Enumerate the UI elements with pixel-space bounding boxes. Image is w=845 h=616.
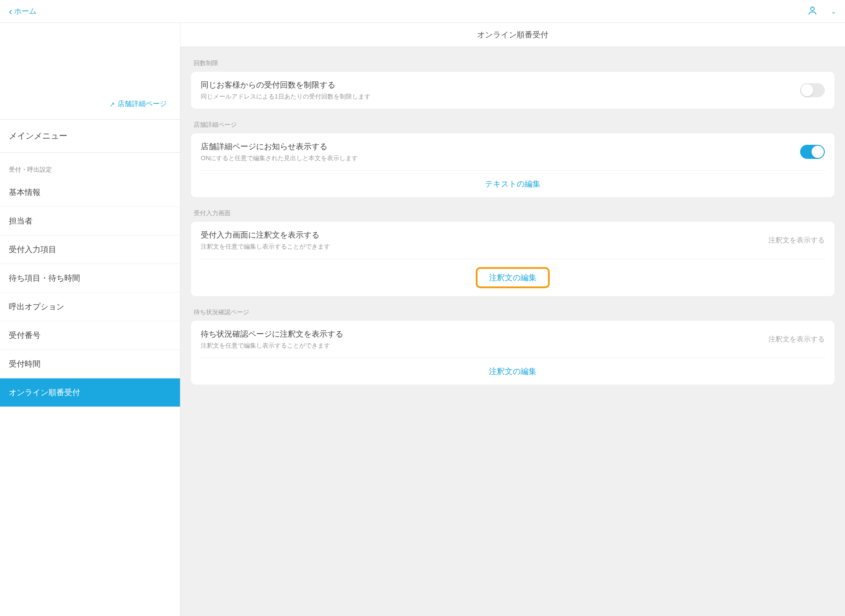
main-title: オンライン順番受付 bbox=[180, 23, 845, 47]
body: ↗ 店舗詳細ページ メインメニュー 受付・呼出設定 基本情報 担当者 受付入力項… bbox=[0, 23, 845, 616]
sidebar-item-reception-time[interactable]: 受付時間 bbox=[0, 350, 180, 378]
section-label: 受付・呼出設定 bbox=[0, 153, 180, 178]
row-wait-status[interactable]: 待ち状況確認ページに注釈文を表示する 注釈文を任意で編集し表示することができます… bbox=[191, 321, 834, 358]
sidebar-top: ↗ 店舗詳細ページ bbox=[0, 23, 180, 120]
sidebar-item-call-options[interactable]: 呼出オプション bbox=[0, 293, 180, 321]
svg-point-0 bbox=[811, 7, 814, 11]
topbar: ‹ ホーム ⌄ bbox=[0, 0, 845, 23]
edit-text-button[interactable]: テキストの編集 bbox=[191, 171, 834, 197]
card-limit: 同じお客様からの受付回数を制限する 同じメールアドレスによる1日あたりの受付回数… bbox=[191, 72, 834, 109]
store-detail-sub: ONにすると任意で編集された見出しと本文を表示します bbox=[201, 154, 791, 162]
store-link-label: 店舗詳細ページ bbox=[118, 99, 167, 109]
row-limit: 同じお客様からの受付回数を制限する 同じメールアドレスによる1日あたりの受付回数… bbox=[191, 72, 834, 109]
external-link-icon: ↗ bbox=[110, 101, 115, 108]
chevron-left-icon: ‹ bbox=[9, 5, 12, 18]
wait-status-right-label: 注釈文を表示する bbox=[768, 335, 825, 344]
content: 回数制限 同じお客様からの受付回数を制限する 同じメールアドレスによる1日あたり… bbox=[180, 47, 845, 385]
store-detail-title: 店舗詳細ページにお知らせ表示する bbox=[201, 141, 791, 152]
wait-status-title: 待ち状況確認ページに注釈文を表示する bbox=[201, 329, 760, 339]
group-label-limit: 回数制限 bbox=[191, 47, 834, 72]
back-label: ホーム bbox=[14, 6, 37, 16]
row-store-detail: 店舗詳細ページにお知らせ表示する ONにすると任意で編集された見出しと本文を表示… bbox=[191, 133, 834, 170]
back-button[interactable]: ‹ ホーム bbox=[9, 5, 37, 18]
menu-header: メインメニュー bbox=[0, 120, 180, 153]
sidebar-item-staff[interactable]: 担当者 bbox=[0, 207, 180, 235]
limit-sub: 同じメールアドレスによる1日あたりの受付回数を制限します bbox=[201, 93, 791, 101]
card-wait-status: 待ち状況確認ページに注釈文を表示する 注釈文を任意で編集し表示することができます… bbox=[191, 321, 834, 385]
sidebar-item-basic-info[interactable]: 基本情報 bbox=[0, 178, 180, 207]
sidebar-item-reception-number[interactable]: 受付番号 bbox=[0, 321, 180, 350]
sidebar-item-online-reception[interactable]: オンライン順番受付 bbox=[0, 378, 180, 407]
topbar-right: ⌄ bbox=[807, 5, 836, 18]
sidebar-item-wait-items[interactable]: 待ち項目・待ち時間 bbox=[0, 264, 180, 293]
store-detail-link[interactable]: ↗ 店舗詳細ページ bbox=[110, 99, 167, 109]
edit-annotation-input-button[interactable]: 注釈文の編集 bbox=[191, 259, 834, 296]
group-label-store-detail: 店舗詳細ページ bbox=[191, 109, 834, 133]
input-screen-sub: 注釈文を任意で編集し表示することができます bbox=[201, 243, 760, 251]
app-root: ‹ ホーム ⌄ ↗ 店舗詳細ページ メインメニュー 受付・呼出設定 基本 bbox=[0, 0, 845, 616]
sidebar-item-input-fields[interactable]: 受付入力項目 bbox=[0, 235, 180, 264]
main: オンライン順番受付 回数制限 同じお客様からの受付回数を制限する 同じメールアド… bbox=[180, 23, 845, 616]
limit-title: 同じお客様からの受付回数を制限する bbox=[201, 80, 791, 90]
edit-annotation-wait-button[interactable]: 注釈文の編集 bbox=[191, 358, 834, 385]
group-label-input-screen: 受付入力画面 bbox=[191, 197, 834, 222]
sidebar: ↗ 店舗詳細ページ メインメニュー 受付・呼出設定 基本情報 担当者 受付入力項… bbox=[0, 23, 180, 616]
input-screen-right-label: 注釈文を表示する bbox=[768, 236, 825, 245]
store-detail-toggle[interactable] bbox=[800, 145, 825, 159]
highlight-box: 注釈文の編集 bbox=[476, 267, 550, 288]
row-input-screen[interactable]: 受付入力画面に注釈文を表示する 注釈文を任意で編集し表示することができます 注釈… bbox=[191, 222, 834, 259]
group-label-wait-status: 待ち状況確認ページ bbox=[191, 296, 834, 321]
card-input-screen: 受付入力画面に注釈文を表示する 注釈文を任意で編集し表示することができます 注釈… bbox=[191, 222, 834, 296]
wait-status-sub: 注釈文を任意で編集し表示することができます bbox=[201, 342, 760, 350]
user-icon[interactable] bbox=[807, 5, 818, 18]
input-screen-title: 受付入力画面に注釈文を表示する bbox=[201, 230, 760, 240]
chevron-down-icon[interactable]: ⌄ bbox=[831, 8, 836, 15]
limit-toggle[interactable] bbox=[800, 83, 825, 97]
card-store-detail: 店舗詳細ページにお知らせ表示する ONにすると任意で編集された見出しと本文を表示… bbox=[191, 133, 834, 197]
